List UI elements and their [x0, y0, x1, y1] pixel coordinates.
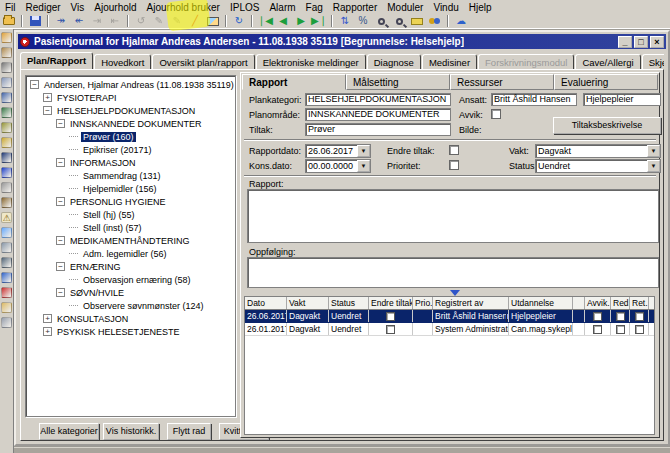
table-row[interactable]: 26.01.2017DagvaktUendretSystem Administr… [245, 323, 654, 336]
oppfolging-textarea[interactable] [247, 257, 659, 288]
tab-hovedkort[interactable]: Hovedkort [94, 54, 151, 70]
column-header-avvik[interactable]: Avvik. [585, 297, 611, 309]
tree-item-observasjon-ern-ring-58[interactable]: Observasjon ernæring (58) [27, 273, 234, 286]
ansatt-field[interactable]: Britt Åshild Hansen [491, 93, 577, 106]
tools-icon[interactable] [1, 62, 12, 73]
keys-icon[interactable] [1, 122, 12, 133]
cell-checkbox[interactable] [616, 325, 625, 334]
close-button[interactable]: × [650, 36, 664, 48]
zoom-in-icon[interactable] [391, 14, 407, 28]
alarm-book-icon[interactable] [1, 287, 12, 298]
menu-item-fag[interactable]: Fag [301, 1, 328, 14]
tree-item-informasjon[interactable]: −INFORMASJON [27, 156, 234, 169]
tree-item-stell-inst-57[interactable]: Stell (inst) (57) [27, 221, 234, 234]
tab-medisiner[interactable]: Medisiner [422, 54, 477, 70]
tree-item-helsehjelpdokumentasjon[interactable]: −HELSEHJELPDOKUMENTASJON [27, 104, 234, 117]
status-combo[interactable]: Uendret ▼ [535, 159, 661, 173]
sort-icon[interactable]: ⇅ [337, 14, 353, 28]
cell-checkbox[interactable] [635, 312, 644, 321]
endre-tiltak-checkbox[interactable] [449, 145, 459, 155]
tab-skjema[interactable]: Skjema [642, 54, 664, 70]
collapse-icon[interactable]: − [56, 262, 65, 271]
tree-item-stell-hj-55[interactable]: Stell (hj) (55) [27, 208, 234, 221]
button-vis-historikk[interactable]: Vis historikk. [103, 423, 159, 440]
collapse-icon[interactable]: − [43, 106, 52, 115]
expand-icon[interactable]: + [43, 93, 52, 102]
magnifier-icon[interactable] [1, 242, 12, 253]
clipboard-report-icon[interactable] [1, 77, 12, 88]
printer-icon[interactable] [1, 317, 12, 328]
next-record-icon[interactable]: ▶ [293, 14, 309, 28]
menu-item-vindu[interactable]: Vindu [428, 1, 463, 14]
users-icon[interactable] [427, 14, 443, 28]
cell-checkbox[interactable] [616, 312, 625, 321]
clipboard-icon[interactable] [1, 92, 12, 103]
tree-item-ern-ring[interactable]: −ERNÆRING [27, 260, 234, 273]
tree-item-andersen-hjalmar-andreas-11-08-1938-35119[interactable]: −Andersen, Hjalmar Andreas (11.08.1938 3… [27, 78, 234, 91]
note-edit-icon[interactable] [1, 137, 12, 148]
column-header-ret[interactable]: Ret. [630, 297, 649, 309]
column-header-vakt[interactable]: Vakt [287, 297, 329, 309]
menu-item-rapporter[interactable]: Rapporter [328, 1, 382, 14]
menu-item-rediger[interactable]: Rediger [21, 1, 66, 14]
column-header-status[interactable]: Status [329, 297, 369, 309]
table-row[interactable]: 26.06.2017DagvaktUendretBritt Åshild Han… [245, 310, 654, 323]
first-record-icon[interactable]: ❘◀ [257, 14, 273, 28]
tree-item-innskannede-dokumenter[interactable]: −INNSKANNEDE DOKUMENTER [27, 117, 234, 130]
flag-icon[interactable] [1, 167, 12, 178]
cell-checkbox[interactable] [593, 312, 602, 321]
tree-expand-icon[interactable]: ↠ [53, 14, 69, 28]
cell-checkbox[interactable] [593, 325, 602, 334]
column-header-x[interactable] [649, 297, 655, 309]
tree-item-pr-ver-160[interactable]: Prøver (160) [27, 130, 234, 143]
tree-item-adm-legemidler-56[interactable]: Adm. legemidler (56) [27, 247, 234, 260]
tree-item-fysioterapi[interactable]: +FYSIOTERAPI [27, 91, 234, 104]
menu-item-alarm[interactable]: Alarm [264, 1, 300, 14]
rapportdato-combo[interactable]: 26.06.2017 ▼ [305, 144, 371, 158]
menu-item-vis[interactable]: Vis [66, 1, 90, 14]
subtab-m-lsetting[interactable]: Målsetting [346, 74, 450, 90]
chevron-down-icon[interactable]: ▼ [647, 160, 660, 172]
subtab-rapport[interactable]: Rapport [242, 74, 346, 90]
shield-icon[interactable] [1, 107, 12, 118]
signature-pen-icon[interactable]: ╱ [187, 14, 203, 28]
menu-item-ajourhold[interactable]: Ajourhold [89, 1, 141, 14]
warning-icon[interactable]: ⚠ [1, 212, 12, 223]
collapse-icon[interactable]: − [30, 80, 39, 89]
last-record-icon[interactable]: ▶❘ [311, 14, 327, 28]
ansatt-tittel-field[interactable]: Hjelpepleier [583, 93, 661, 106]
zoom-out-icon[interactable] [373, 14, 389, 28]
minimize-button[interactable]: _ [618, 36, 632, 48]
tree-item-s-vn-hvile[interactable]: −SØVN/HVILE [27, 286, 234, 299]
vakt-combo[interactable]: Dagvakt ▼ [535, 144, 661, 158]
tab-elektroniske-meldinger[interactable]: Elektroniske meldinger [256, 54, 366, 70]
ruler-icon[interactable] [409, 14, 425, 28]
tree-item-psykisk-helesetjeneste[interactable]: +PSYKISK HELESETJENESTE [27, 325, 234, 338]
button-flytt-rad[interactable]: Flytt rad [167, 423, 211, 440]
archive-icon[interactable] [1, 47, 12, 58]
cell-checkbox[interactable] [635, 325, 644, 334]
prev-record-icon[interactable]: ◀ [275, 14, 291, 28]
chevron-down-icon[interactable]: ▼ [357, 160, 370, 172]
tree-item-observere-s-vnm-nster-124[interactable]: Observere søvnmønster (124) [27, 299, 234, 312]
exit-door-icon[interactable] [1, 197, 12, 208]
avvik-checkbox[interactable] [491, 109, 501, 119]
image-icon[interactable] [205, 14, 221, 28]
prioritet-checkbox[interactable] [449, 160, 459, 170]
collapse-icon[interactable]: − [56, 158, 65, 167]
gear-icon[interactable] [1, 182, 12, 193]
tab-plan-rapport[interactable]: Plan/Rapport [20, 52, 93, 70]
plankategori-field[interactable]: HELSEHJELPDOKUMENTASJON [305, 93, 451, 106]
collapse-icon[interactable]: − [56, 119, 65, 128]
menu-item-moduler[interactable]: Moduler [382, 1, 428, 14]
column-header-registrert-av[interactable]: Registrert av [433, 297, 509, 309]
tree-collapse-icon[interactable]: ↞ [71, 14, 87, 28]
column-header-prio[interactable]: Prio. [413, 297, 433, 309]
tab-cave-allergi[interactable]: Cave/Allergi [575, 54, 640, 70]
open-folder-icon[interactable] [1, 14, 17, 28]
tree-item-konsultasjon[interactable]: +KONSULTASJON [27, 312, 234, 325]
tab-oversikt-plan-rapport[interactable]: Oversikt plan/rapport [152, 54, 254, 70]
tree-item-epikriser-20171[interactable]: Epikriser (20171) [27, 143, 234, 156]
menu-item-hjelp[interactable]: Hjelp [464, 1, 497, 14]
subtab-evaluering[interactable]: Evaluering [554, 74, 658, 90]
